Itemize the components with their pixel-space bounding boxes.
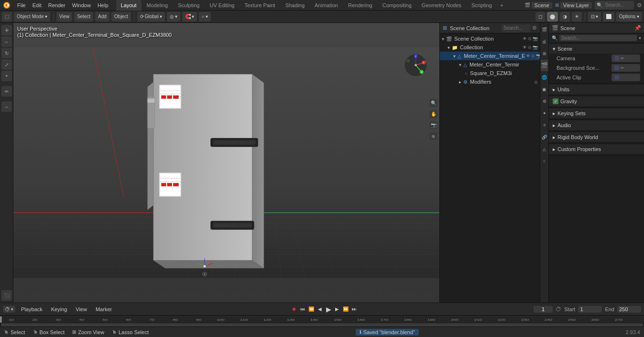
proportional-button[interactable]: ○ ▾ (199, 12, 211, 22)
playback-menu[interactable]: Playback (18, 306, 45, 313)
prop-tab-data[interactable]: △ (541, 143, 548, 155)
prop-tab-view-layer[interactable]: ⊞ (541, 48, 548, 59)
options-button[interactable]: Options ▾ (616, 12, 642, 22)
transform-orientation[interactable]: ⟳ Global ▾ (137, 12, 165, 22)
outliner-item-mesh[interactable]: ▾ △ Meter_Center_Termir (440, 60, 540, 69)
timeline-editor-btn[interactable]: ⏱ ▾ (3, 306, 15, 313)
rigid-body-section-header[interactable]: ▸ Rigid Body World (549, 132, 644, 142)
prop-tab-particles[interactable]: ✦ (541, 108, 548, 119)
menu-render[interactable]: Render (45, 1, 68, 9)
prop-tab-world[interactable]: 🌐 (541, 72, 548, 83)
tab-animation[interactable]: Animation (310, 0, 343, 11)
move-tool[interactable]: ↔ (1, 36, 12, 47)
xray-button[interactable]: ⬜ (603, 12, 614, 22)
view-menu-timeline[interactable]: View (73, 306, 90, 313)
snap-button[interactable]: 🧲 ▾ (182, 12, 197, 22)
outliner-item-object[interactable]: ▾ △ Meter_Center_Terminal_E 👁 ⊙ 📷 (440, 52, 540, 60)
pin-icon[interactable]: 📌 (634, 25, 641, 31)
view-menu[interactable]: View (56, 12, 73, 22)
properties-filter-icon[interactable]: ▾ (639, 35, 641, 41)
eye-icon-collection[interactable]: 👁 (523, 36, 527, 41)
eye-icon[interactable]: 👁 (523, 45, 527, 50)
bg-scene-value[interactable]: ✏ (611, 64, 640, 72)
select-menu[interactable]: Select (74, 12, 93, 22)
outliner-search[interactable] (502, 24, 530, 32)
menu-help[interactable]: Help (95, 1, 111, 9)
modifier-restrict-icon[interactable]: ⊙ (534, 80, 538, 85)
rotate-tool[interactable]: ↻ (1, 48, 12, 58)
audio-section-header[interactable]: ▸ Audio (549, 120, 644, 130)
render-icon-collection[interactable]: 📷 (533, 36, 538, 41)
bg-scene-edit-icon[interactable]: ✏ (621, 65, 624, 70)
prop-tab-render[interactable]: 🎬 (541, 24, 548, 35)
viewport-shading-render[interactable]: ☀ (572, 12, 582, 22)
marker-menu[interactable]: Marker (93, 306, 115, 313)
tab-modeling[interactable]: Modeling (142, 0, 173, 11)
outliner-item-modifiers[interactable]: ▸ ⚙ Modifiers ⊙ (440, 77, 540, 86)
cursor-tool[interactable]: ✛ (1, 25, 12, 35)
filter-icon-top[interactable]: ⚙ (637, 2, 642, 9)
tab-texture-paint[interactable]: Texture Paint (240, 0, 280, 11)
tab-scripting[interactable]: Scripting (467, 0, 497, 11)
tab-uv-editing[interactable]: UV Editing (205, 0, 239, 11)
editor-type-button[interactable]: ⬚ (2, 12, 12, 22)
current-frame-input[interactable]: 1 (534, 306, 553, 313)
viewport-3d[interactable]: User Perspective (1) Collection | Meter_… (13, 23, 439, 303)
timeline-body[interactable]: 10 20 30 40 50 60 70 80 90 100 110 120 1… (0, 315, 644, 326)
viewport-shading-solid[interactable]: ⬤ (547, 12, 558, 22)
cursor-icon[interactable]: ⊙ (528, 45, 532, 50)
menu-file[interactable]: File (14, 1, 29, 9)
scene-section-header[interactable]: ▾ Scene (549, 44, 644, 54)
transform-tool[interactable]: ⌖ (1, 71, 12, 81)
prop-tab-constraints[interactable]: 🔗 (541, 131, 548, 143)
overlay-button[interactable]: ⊡ ▾ (588, 12, 601, 22)
prop-tab-object[interactable]: ▣ (541, 84, 548, 95)
prev-keyframe-button[interactable]: ⏪ (307, 305, 315, 313)
next-keyframe-button[interactable]: ⏩ (342, 305, 349, 313)
eye-icon-obj[interactable]: 👁 (526, 54, 530, 58)
record-button[interactable]: ⏺ (290, 305, 298, 313)
top-search-input[interactable] (603, 1, 632, 9)
gravity-checkbox[interactable]: ✓ (553, 98, 558, 104)
units-section-header[interactable]: ▸ Units (549, 85, 644, 94)
outliner-item-collection[interactable]: ▾ 📁 Collection 👁 ⊙ 📷 (440, 43, 540, 52)
tab-rendering[interactable]: Rendering (343, 0, 377, 11)
cursor-icon-obj[interactable]: ⊙ (531, 54, 535, 58)
custom-props-section-header[interactable]: ▸ Custom Properties (549, 144, 644, 154)
prop-tab-modifiers[interactable]: ⚙ (541, 96, 548, 107)
restrict-icon-collection[interactable]: ⊙ (528, 36, 532, 41)
prop-tab-physics[interactable]: ⚛ (541, 120, 548, 131)
scale-tool[interactable]: ⤢ (1, 59, 12, 70)
camera-edit-icon[interactable]: ✏ (621, 56, 624, 61)
prop-tab-output[interactable]: 🖨 (541, 36, 548, 47)
prop-tab-scene[interactable]: 🎬 (541, 60, 548, 71)
annotate-tool[interactable]: ✏ (1, 86, 12, 97)
jump-start-button[interactable]: ⏮ (299, 305, 306, 313)
pivot-button[interactable]: ◎ ▾ (167, 12, 180, 22)
properties-search[interactable] (559, 35, 637, 41)
tab-geometry-nodes[interactable]: Geometry Nodes (417, 0, 466, 11)
render-icon[interactable]: 📷 (533, 45, 538, 50)
viewport-shading-wire[interactable]: ◻ (535, 12, 545, 22)
gravity-section-header[interactable]: ✓ Gravity (549, 97, 644, 106)
tab-shading[interactable]: Shading (281, 0, 309, 11)
jump-end-button[interactable]: ⏭ (350, 305, 358, 313)
keying-section-header[interactable]: ▸ Keying Sets (549, 109, 644, 118)
add-menu[interactable]: Add (95, 12, 109, 22)
prev-frame-button[interactable]: ◀ (316, 305, 324, 313)
render-icon-obj[interactable]: 📷 (536, 54, 540, 58)
next-frame-button[interactable]: ▶ (333, 305, 341, 313)
tab-compositing[interactable]: Compositing (378, 0, 416, 11)
active-clip-value[interactable] (611, 74, 640, 81)
viewlayer-selector[interactable]: View Layer (560, 2, 592, 9)
blender-logo[interactable] (2, 0, 11, 10)
tab-sculpting[interactable]: Sculpting (173, 0, 204, 11)
end-frame-input[interactable]: 250 (617, 306, 641, 313)
viewport-shading-material[interactable]: ◑ (560, 12, 570, 22)
menu-edit[interactable]: Edit (30, 1, 44, 9)
keying-menu[interactable]: Keying (48, 306, 70, 313)
outliner-filter-icon[interactable]: ⚙ (532, 25, 537, 31)
menu-window[interactable]: Window (69, 1, 94, 9)
add-cube-tool[interactable]: ⬛ (1, 290, 12, 301)
scene-selector[interactable]: Scene (532, 2, 552, 9)
